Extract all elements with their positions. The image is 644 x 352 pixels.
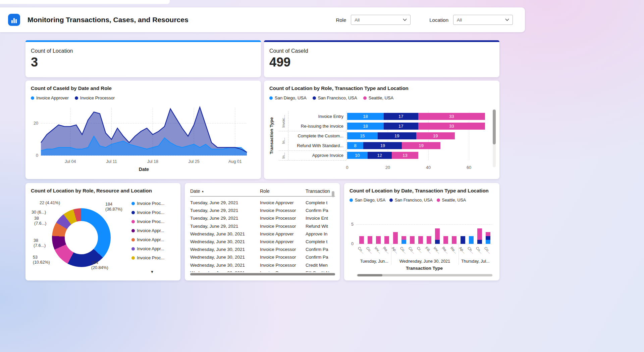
column-bar[interactable] [393, 232, 398, 244]
kpi-card-count-of-caseid[interactable]: Count of CaseId 499 [264, 40, 499, 77]
legend-item[interactable]: Invoice Processor [75, 95, 115, 100]
table-row[interactable]: Tuesday, June 29, 2021Invoice ProcessorI… [190, 214, 335, 222]
bar-segment[interactable]: 19 [378, 132, 416, 139]
legend-item[interactable]: San Francisco, USA [313, 95, 357, 100]
table-cell: Tuesday, June 29, 2021 [190, 224, 260, 229]
kpi-value: 3 [25, 54, 261, 70]
dashboard-page: Monitoring Transactions, Cases, and Reso… [0, 0, 644, 352]
scrollbar-thumb[interactable] [358, 274, 382, 276]
bar-segment[interactable]: 19 [402, 142, 440, 149]
column-bar[interactable] [384, 236, 389, 244]
legend-label: Invoice Processor [80, 95, 115, 100]
column-segment [486, 232, 490, 236]
bar-row[interactable]: Complete the Custom...151919 [264, 131, 499, 141]
table-row[interactable]: Tuesday, June 29, 2021Invoice ApproverCo… [190, 199, 335, 207]
bar-segment[interactable]: 18 [347, 123, 384, 130]
bar-segment[interactable]: 19 [416, 132, 455, 139]
legend-color-dot [131, 238, 135, 241]
table-cell: Invoice Approver [260, 231, 306, 236]
column-bar[interactable] [359, 236, 364, 244]
column-segment [401, 240, 406, 244]
column-bar[interactable] [461, 236, 465, 244]
legend-item[interactable]: Invoice Proc... [131, 219, 164, 224]
table-row[interactable]: Wednesday, June 30, 2021Invoice Approver… [190, 238, 335, 246]
bar-segment[interactable]: 33 [418, 113, 485, 120]
x-category-label: Inv... [433, 246, 441, 254]
legend-item[interactable]: Invoice Appr... [131, 228, 164, 233]
column-bar[interactable] [477, 228, 482, 244]
column-bar[interactable] [427, 236, 431, 244]
table-row[interactable]: Wednesday, June 30, 2021Invoice Processo… [190, 261, 335, 269]
kpi-title: Count of Location [25, 42, 261, 54]
column-bar[interactable] [486, 232, 490, 244]
column-bar[interactable] [469, 236, 474, 244]
column-bar[interactable] [435, 228, 440, 244]
table-row[interactable]: Wednesday, June 30, 2021Invoice Processo… [190, 269, 335, 272]
table-row[interactable]: Tuesday, June 29, 2021Invoice ProcessorR… [190, 222, 335, 230]
column-bar[interactable] [418, 236, 423, 244]
column-header[interactable]: Transaction [306, 188, 335, 194]
bar-segment[interactable]: 10 [347, 152, 368, 159]
table-cell: Wednesday, June 30, 2021 [190, 263, 260, 268]
bar-segment[interactable]: 13 [392, 152, 418, 159]
column-bar[interactable] [410, 236, 415, 244]
legend-item[interactable]: Invoice Appr... [131, 246, 164, 251]
table-header-row: Date▲RoleTransaction [190, 188, 335, 196]
horizontal-scrollbar[interactable] [357, 274, 492, 276]
role-filter-dropdown[interactable]: All [351, 15, 411, 25]
role-filter-label: Role [336, 17, 346, 23]
vertical-scrollbar[interactable] [493, 109, 496, 167]
column-bar[interactable] [368, 236, 372, 244]
x-category-label: Co... [366, 246, 374, 254]
table-row[interactable]: Wednesday, June 30, 2021Invoice Processo… [190, 253, 335, 261]
scrollbar-thumb[interactable] [493, 109, 496, 144]
bar-value-label: 10 [355, 153, 360, 158]
column-bar[interactable] [401, 236, 406, 244]
donut-chart[interactable] [52, 208, 111, 267]
legend-item[interactable]: Invoice Proc... [131, 201, 164, 206]
legend-item[interactable]: Invoice Proc... [131, 255, 164, 260]
bar-segment[interactable]: 12 [368, 152, 392, 159]
slice-label: 38(7.6...) [34, 238, 46, 248]
legend-item[interactable]: Invoice Approver [31, 95, 69, 100]
column-bar[interactable] [452, 236, 457, 244]
legend-item[interactable]: Invoice Appr... [131, 237, 164, 242]
table-row[interactable]: Wednesday, June 30, 2021Invoice Processo… [190, 246, 335, 253]
bar-segment[interactable]: 8 [347, 142, 363, 149]
legend-item[interactable]: Seattle, USA [363, 95, 393, 100]
legend-expand-icon[interactable]: ▼ [150, 270, 154, 274]
bar-row[interactable]: Approve Invoice101213 [264, 150, 499, 160]
bar-segment[interactable]: 19 [363, 142, 402, 149]
legend-color-dot [131, 229, 135, 232]
horizontal-scrollbar[interactable] [190, 273, 335, 275]
column-header[interactable]: Role [260, 188, 306, 194]
kpi-card-count-of-location[interactable]: Count of Location 3 [25, 40, 261, 77]
bar-category-label: Invoice Entry [289, 113, 343, 120]
area-chart-plot[interactable]: Jul 04Jul 11Jul 18Jul 25Aug 01200Date [30, 102, 254, 174]
legend-item[interactable]: Invoice Proc... [131, 210, 164, 215]
bar-chart-plot[interactable]: Invoice Entry181733Re-issuing the invoic… [264, 112, 499, 174]
table-row[interactable]: Tuesday, June 29, 2021Invoice ProcessorC… [190, 207, 335, 214]
table-row[interactable]: Wednesday, June 30, 2021Invoice Approver… [190, 230, 335, 238]
bar-chart-logo-icon [8, 14, 20, 26]
bar-segment[interactable]: 17 [384, 123, 418, 130]
column-bar[interactable] [376, 236, 381, 244]
table-body[interactable]: Tuesday, June 29, 2021Invoice ApproverCo… [190, 199, 335, 272]
bar-row[interactable]: Refund With Standard...81919 [264, 141, 499, 150]
column-header[interactable]: Date▲ [190, 188, 260, 194]
vertical-scrollbar-thumb[interactable] [332, 191, 334, 197]
legend-label: Invoice Proc... [137, 210, 164, 215]
location-filter-label: Location [429, 17, 448, 23]
legend-item[interactable]: San Diego, USA [269, 95, 307, 100]
location-filter-dropdown[interactable]: All [453, 15, 513, 25]
bar-category-label: Approve Invoice [289, 152, 343, 159]
bar-row[interactable]: Re-issuing the invoice181733 [264, 121, 499, 131]
bar-segment[interactable]: 15 [347, 132, 378, 139]
bar-segment[interactable]: 18 [347, 113, 384, 120]
bar-segment[interactable]: 17 [384, 113, 418, 120]
bar-segment[interactable]: 33 [418, 123, 485, 130]
group-divider [459, 245, 459, 265]
area-chart-card: Count of CaseId by Date and Role Invoice… [25, 81, 261, 179]
column-bar[interactable] [443, 236, 448, 244]
bar-row[interactable]: Invoice Entry181733 [264, 112, 499, 121]
